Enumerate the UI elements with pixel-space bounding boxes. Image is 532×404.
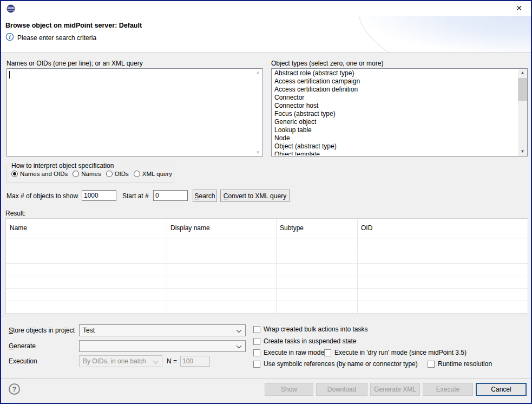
results-table-body: [6, 239, 528, 314]
column-header-subtype[interactable]: Subtype: [276, 219, 357, 238]
checkbox-icon: [253, 338, 260, 345]
dialog-window: ✕ Browse object on midPoint server: Defa…: [0, 0, 532, 404]
scroll-up-icon[interactable]: ▲: [518, 69, 527, 77]
scroll-down-icon[interactable]: ▼: [518, 147, 527, 156]
cancel-button[interactable]: Cancel: [476, 383, 527, 396]
generate-combo[interactable]: [79, 340, 246, 352]
object-type-option[interactable]: Object (abstract type): [272, 142, 517, 151]
radio-icon: [11, 171, 18, 177]
object-types-items: Abstract role (abstract type)Access cert…: [272, 69, 517, 155]
column-header-oid[interactable]: OID: [357, 219, 528, 238]
radio-names[interactable]: Names: [73, 171, 101, 177]
combo-value: By OIDs, in one batch: [83, 357, 146, 365]
n-equals-label: N =: [167, 357, 177, 365]
checkbox-label: Execute in raw mode: [264, 349, 324, 356]
store-objects-label: Store objects in project: [9, 327, 75, 334]
object-type-option[interactable]: Focus (abstract type): [272, 110, 517, 118]
checkbox-create-tasks-suspended[interactable]: Create tasks in suspended state: [253, 337, 356, 346]
header-banner-graphic: [336, 16, 531, 53]
query-textarea[interactable]: ▲ ▼: [6, 68, 263, 157]
radio-names-and-oids[interactable]: Names and OIDs: [11, 171, 68, 177]
scroll-down-icon[interactable]: ▼: [254, 150, 262, 155]
dialog-title: Browse object on midPoint server: Defaul…: [5, 22, 142, 29]
list-scrollbar[interactable]: ▲ ▼: [518, 69, 527, 156]
close-icon[interactable]: ✕: [514, 3, 524, 14]
chevron-down-icon: [153, 359, 159, 364]
checkbox-icon: [253, 349, 260, 356]
checkbox-execute-raw-mode[interactable]: Execute in raw mode: [253, 348, 324, 357]
object-type-option[interactable]: Generic object: [272, 118, 517, 126]
object-types-list[interactable]: Abstract role (abstract type)Access cert…: [271, 68, 528, 157]
checkbox-icon: [324, 349, 331, 356]
checkbox-label: Create tasks in suspended state: [264, 337, 356, 345]
object-type-option[interactable]: Lookup table: [272, 126, 517, 134]
scrollbar-thumb[interactable]: [518, 78, 527, 101]
object-type-option[interactable]: Object template: [272, 151, 517, 155]
scroll-up-icon[interactable]: ▲: [254, 70, 262, 75]
start-at-label: Start at #: [122, 192, 149, 200]
table-row: [6, 251, 528, 264]
object-type-option[interactable]: Access certification definition: [272, 86, 517, 94]
column-header-name[interactable]: Name: [6, 219, 167, 238]
checkbox-label: Execute in 'dry run' mode (since midPoin…: [334, 349, 467, 356]
eclipse-app-icon: [6, 4, 15, 13]
radio-label: Names and OIDs: [20, 171, 68, 177]
object-type-option[interactable]: Access certification campaign: [272, 77, 517, 86]
chevron-down-icon: [237, 328, 242, 333]
info-icon: i: [5, 32, 14, 41]
object-type-option[interactable]: Connector host: [272, 102, 517, 110]
max-objects-input[interactable]: [82, 190, 116, 201]
dialog-header: Browse object on midPoint server: Defaul…: [1, 16, 531, 53]
table-row: [6, 289, 528, 301]
radio-icon: [73, 171, 79, 177]
checkbox-label: Wrap created bulk actions into tasks: [264, 325, 368, 333]
query-label: Names or OIDs (one per line); or an XML …: [6, 60, 143, 67]
table-row: [6, 239, 528, 251]
radio-xml-query[interactable]: XML query: [134, 171, 172, 177]
output-options-panel: Store objects in project Test Generate E…: [1, 316, 531, 379]
convert-to-xml-query-button[interactable]: Convert to XML query: [220, 190, 290, 202]
checkbox-symbolic-references[interactable]: Use symbolic references (by name or conn…: [253, 360, 418, 368]
radio-label: XML query: [142, 171, 172, 177]
column-header-display-name[interactable]: Display name: [167, 219, 276, 238]
checkbox-runtime-resolution[interactable]: Runtime resolution: [428, 360, 492, 368]
radio-label: OIDs: [115, 171, 129, 177]
interpretation-group: How to interpret object specification Na…: [6, 166, 174, 183]
results-table-header: Name Display name Subtype OID: [6, 219, 528, 238]
show-button: Show: [265, 383, 313, 396]
generate-label: Generate: [9, 342, 36, 350]
max-objects-label: Max # of objects to show: [6, 192, 78, 200]
download-button: Download: [316, 383, 367, 396]
object-types-label: Object types (select zero, one or more): [271, 60, 383, 67]
checkbox-label: Use symbolic references (by name or conn…: [264, 360, 418, 368]
interpretation-radio-row: Names and OIDs Names OIDs XML query: [11, 171, 172, 177]
start-at-input[interactable]: [153, 190, 188, 201]
results-label: Result:: [5, 210, 25, 217]
radio-label: Names: [81, 171, 101, 177]
object-type-option[interactable]: Node: [272, 134, 517, 142]
table-row: [6, 276, 528, 289]
radio-oids[interactable]: OIDs: [106, 171, 129, 177]
radio-icon: [134, 171, 140, 177]
radio-icon: [106, 171, 113, 177]
footer-buttons: Show Download Generate XML Execute Cance…: [265, 383, 527, 396]
help-icon[interactable]: ?: [9, 383, 20, 395]
store-project-combo[interactable]: Test: [79, 324, 246, 336]
object-type-option[interactable]: Connector: [272, 94, 517, 102]
combo-value: Test: [83, 327, 95, 334]
execution-combo: By OIDs, in one batch: [79, 355, 162, 367]
n-value-input: [180, 356, 210, 367]
titlebar: ✕: [1, 1, 531, 16]
interpretation-group-label: How to interpret object specification: [9, 162, 116, 170]
results-table: Name Display name Subtype OID: [5, 218, 528, 314]
checkbox-execute-dry-run[interactable]: Execute in 'dry run' mode (since midPoin…: [324, 348, 467, 357]
search-button[interactable]: Search: [193, 190, 217, 202]
object-type-option[interactable]: Abstract role (abstract type): [272, 69, 517, 77]
chevron-down-icon: [237, 343, 242, 349]
info-message: Please enter search criteria: [17, 34, 96, 42]
execute-button: Execute: [423, 383, 473, 396]
checkbox-wrap-bulk-actions[interactable]: Wrap created bulk actions into tasks: [253, 325, 368, 334]
checkbox-icon: [253, 326, 260, 333]
generate-xml-button: Generate XML: [370, 383, 420, 396]
checkbox-icon: [428, 361, 435, 368]
